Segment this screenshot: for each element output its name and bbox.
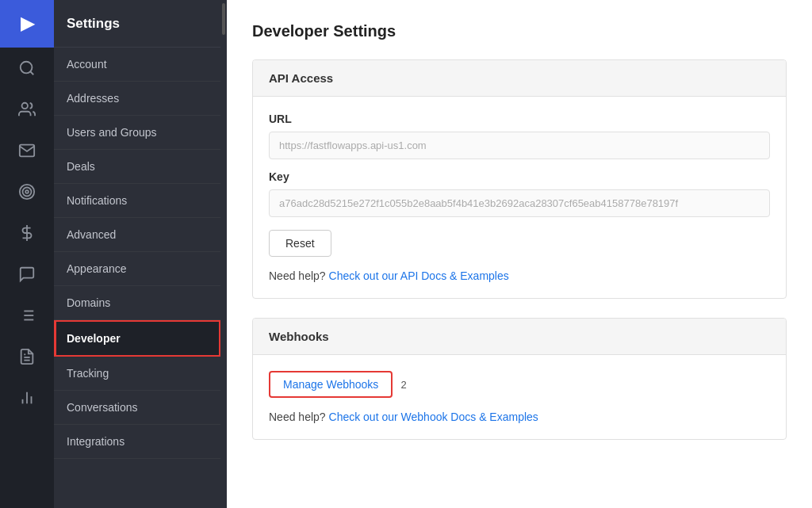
sidebar-item-developer[interactable]: Developer [54, 320, 220, 357]
sidebar-item-advanced[interactable]: Advanced [54, 218, 220, 252]
sidebar-icon-target[interactable] [0, 171, 54, 212]
webhooks-header: Webhooks [253, 319, 786, 355]
webhook-help-text: Need help? Check out our Webhook Docs & … [269, 411, 770, 423]
logo-icon: ▶ [21, 13, 34, 34]
sidebar-item-domains[interactable]: Domains [54, 286, 220, 320]
sidebar-title: Settings [54, 0, 220, 48]
sidebar-icon-search[interactable] [0, 48, 54, 89]
page-title: Developer Settings [252, 22, 787, 40]
scroll-indicator [220, 0, 227, 508]
app-logo[interactable]: ▶ [0, 0, 54, 48]
sidebar-item-deals[interactable]: Deals [54, 150, 220, 184]
sidebar-item-addresses[interactable]: Addresses [54, 82, 220, 116]
api-access-header: API Access [253, 60, 786, 97]
key-value: a76adc28d5215e272f1c055b2e8aab5f4b41e3b2… [269, 189, 770, 217]
svg-point-0 [21, 62, 33, 74]
svg-point-5 [25, 190, 29, 193]
webhooks-body: Manage Webhooks 2 Need help? Check out o… [253, 355, 786, 439]
sidebar-item-conversations[interactable]: Conversations [54, 391, 220, 425]
sidebar-icon-mail[interactable] [0, 130, 54, 171]
webhooks-card: Webhooks Manage Webhooks 2 Need help? Ch… [252, 318, 787, 440]
svg-line-1 [30, 71, 33, 74]
sidebar-icon-chart[interactable] [0, 377, 54, 418]
scroll-thumb[interactable] [222, 3, 225, 35]
sidebar-icon-doc[interactable] [0, 336, 54, 377]
sidebar-item-users-groups[interactable]: Users and Groups [54, 116, 220, 150]
api-access-body: URL https://fastflowapps.api-us1.com Key… [253, 97, 786, 298]
sidebar-icon-dollar[interactable] [0, 212, 54, 254]
main-content: Developer Settings API Access URL https:… [227, 0, 812, 508]
webhook-badge: 2 [400, 379, 406, 391]
sidebar: Settings Account Addresses Users and Gro… [54, 0, 220, 508]
sidebar-icon-users[interactable] [0, 89, 54, 130]
manage-webhook-wrapper: Manage Webhooks 2 [269, 371, 770, 398]
sidebar-item-integrations[interactable]: Integrations [54, 425, 220, 459]
url-value: https://fastflowapps.api-us1.com [269, 132, 770, 159]
sidebar-item-tracking[interactable]: Tracking [54, 357, 220, 391]
reset-button[interactable]: Reset [269, 230, 331, 257]
sidebar-item-account[interactable]: Account [54, 48, 220, 82]
svg-point-2 [22, 103, 28, 109]
api-access-card: API Access URL https://fastflowapps.api-… [252, 59, 787, 299]
sidebar-item-notifications[interactable]: Notifications [54, 184, 220, 218]
api-docs-link[interactable]: Check out our API Docs & Examples [329, 269, 509, 282]
sidebar-icon-chat[interactable] [0, 254, 54, 295]
url-label: URL [269, 113, 770, 125]
webhook-docs-link[interactable]: Check out our Webhook Docs & Examples [329, 411, 538, 423]
manage-webhooks-button[interactable]: Manage Webhooks [269, 371, 393, 398]
icon-bar: ▶ [0, 0, 54, 508]
key-label: Key [269, 170, 770, 183]
api-help-text: Need help? Check out our API Docs & Exam… [269, 269, 770, 282]
svg-point-4 [23, 188, 32, 197]
sidebar-icon-list[interactable] [0, 295, 54, 336]
sidebar-item-appearance[interactable]: Appearance [54, 252, 220, 286]
